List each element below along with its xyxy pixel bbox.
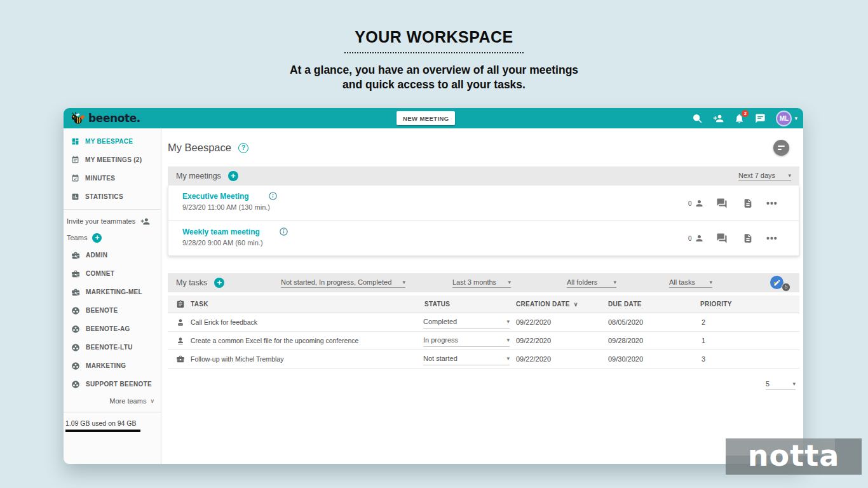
sort-chevron-icon: ∨ [574, 295, 578, 313]
caret-down-icon: ▾ [792, 381, 796, 387]
account-menu[interactable]: ML ▾ [776, 111, 797, 126]
my-meetings-header: My meetings + Next 7 days ▾ [168, 166, 799, 186]
bee-icon [69, 112, 85, 125]
beenote-logo: beenote. [64, 112, 140, 125]
document-icon [743, 198, 753, 208]
sidebar: MY BEESPACE MY MEETINGS (2) MINUTES [64, 128, 161, 464]
avatar[interactable]: ML [776, 111, 792, 126]
add-task-button[interactable]: + [214, 278, 224, 288]
folders-filter-value: All folders [567, 278, 597, 286]
sync-icon [782, 283, 790, 292]
range-value: Next 7 days [738, 172, 775, 179]
storage-meter: 1.09 GB used on 94 GB [64, 416, 161, 432]
more-options-icon[interactable]: ••• [766, 233, 778, 243]
page-subtitle: At a glance, you have an overview of all… [0, 63, 868, 92]
due-date: 08/05/2020 [608, 313, 643, 332]
chat-bubbles-icon [716, 198, 728, 209]
meeting-row: Weekly team meeting 9/28/20 9:00 AM (60 … [168, 220, 799, 255]
meeting-datetime: 9/28/20 9:00 AM (60 min.) [182, 239, 288, 247]
sidebar-team-marketing-mel[interactable]: MARKETING-MEL [64, 283, 161, 301]
priority-value: 1 [702, 332, 705, 350]
status-filter-value: Not started, In progress, Completed [281, 278, 391, 286]
invite-label: Invite your teammates [67, 217, 135, 225]
notta-watermark: notta [726, 438, 862, 475]
col-creation-date[interactable]: CREATION DATE ∨ [516, 295, 578, 313]
more-options-icon[interactable]: ••• [766, 198, 778, 208]
group-icon [71, 343, 80, 352]
meeting-title-link[interactable]: Executive Meeting [182, 192, 249, 201]
meeting-agenda-button[interactable] [743, 198, 753, 208]
attendees-button[interactable]: 0 [688, 198, 704, 208]
task-name[interactable]: Follow-up with Michel Tremblay [191, 350, 283, 369]
info-icon[interactable] [268, 191, 278, 201]
tasks-table-header: TASK STATUS CREATION DATE ∨ DUE DATE PRI… [168, 295, 799, 313]
caret-down-icon: ▾ [794, 115, 797, 121]
meeting-agenda-button[interactable] [743, 233, 753, 243]
status-dropdown[interactable]: Not started ▾ [423, 352, 510, 365]
sidebar-team-beenote-ltu[interactable]: BEENOTE-LTU [64, 338, 161, 356]
logo-wordmark: beenote. [88, 112, 140, 125]
sidebar-divider [64, 209, 161, 210]
sidebar-team-beenote-ag[interactable]: BEENOTE-AG [64, 320, 161, 338]
storage-text: 1.09 GB used on 94 GB [65, 419, 137, 427]
add-meeting-button[interactable]: + [228, 171, 238, 181]
quick-edit-button[interactable] [770, 274, 790, 292]
sidebar-team-beenote[interactable]: BEENOTE [64, 301, 161, 320]
status-filter-dropdown[interactable]: Not started, In progress, Completed ▾ [281, 278, 405, 288]
invite-teammates[interactable]: Invite your teammates [64, 213, 161, 229]
person-add-icon[interactable] [713, 113, 724, 124]
period-filter-dropdown[interactable]: Last 3 months ▾ [452, 278, 511, 288]
info-icon[interactable] [279, 227, 288, 236]
sidebar-team-comnet[interactable]: COMNET [64, 264, 161, 283]
sidebar-item-my-meetings[interactable]: MY MEETINGS (2) [64, 151, 161, 169]
notifications-wrap[interactable]: 2 [734, 113, 745, 124]
due-date: 09/28/2020 [608, 332, 643, 350]
attendees-button[interactable]: 0 [688, 234, 704, 243]
help-icon[interactable]: ? [238, 143, 248, 153]
sidebar-item-statistics[interactable]: STATISTICS [64, 187, 161, 206]
bar-chart-icon [71, 193, 79, 201]
status-dropdown[interactable]: In progress ▾ [423, 334, 510, 347]
new-meeting-button[interactable]: NEW MEETING [397, 111, 455, 125]
col-due-date: DUE DATE [608, 295, 642, 313]
my-tasks-header: My tasks + Not started, In progress, Com… [168, 273, 799, 292]
period-filter-value: Last 3 months [452, 278, 496, 286]
task-row: Call Erick for feedback Completed ▾ 09/2… [168, 313, 799, 332]
sidebar-item-label: MY MEETINGS (2) [85, 156, 142, 163]
screen: YOUR WORKSPACE At a glance, you have an … [0, 0, 868, 488]
creation-date: 09/22/2020 [516, 332, 551, 350]
sidebar-team-marketing[interactable]: MARKETING [64, 356, 161, 375]
meeting-title-link[interactable]: Weekly team meeting [182, 227, 260, 236]
briefcase-icon [176, 355, 185, 363]
task-name[interactable]: Create a common Excel file for the upcom… [191, 332, 358, 350]
status-value: In progress [423, 336, 458, 344]
task-name[interactable]: Call Erick for feedback [191, 313, 257, 332]
page-size-dropdown[interactable]: 5 ▾ [766, 380, 796, 390]
chat-icon[interactable] [755, 113, 766, 124]
attendee-count: 0 [688, 235, 692, 242]
meeting-chat-button[interactable] [716, 233, 728, 244]
caret-down-icon: ▾ [402, 279, 405, 285]
sidebar-team-support-beenote[interactable]: SUPPORT BEENOTE [64, 375, 161, 393]
add-team-button[interactable]: + [92, 233, 102, 243]
meeting-chat-button[interactable] [716, 198, 728, 209]
team-label: BEENOTE-LTU [86, 344, 133, 351]
sidebar-item-label: MY BEESPACE [85, 138, 133, 145]
status-dropdown[interactable]: Completed ▾ [423, 315, 510, 329]
meetings-range-dropdown[interactable]: Next 7 days ▾ [738, 172, 791, 181]
window-body: MY BEESPACE MY MEETINGS (2) MINUTES [64, 128, 803, 464]
meeting-list: Executive Meeting 9/23/20 11:00 AM (130 … [168, 186, 799, 256]
person-icon [176, 336, 185, 345]
more-teams-button[interactable]: More teams ∨ [64, 393, 161, 409]
layout-options-button[interactable] [773, 140, 789, 156]
teams-header: Teams + [64, 229, 161, 246]
search-icon[interactable] [692, 113, 703, 124]
sidebar-item-my-beespace[interactable]: MY BEESPACE [64, 132, 161, 151]
tasks-filter-dropdown[interactable]: All tasks ▾ [669, 278, 712, 288]
sidebar-item-label: MINUTES [85, 175, 115, 182]
folders-filter-dropdown[interactable]: All folders ▾ [567, 278, 616, 288]
team-label: MARKETING [86, 362, 126, 369]
sidebar-item-minutes[interactable]: MINUTES [64, 169, 161, 187]
sidebar-team-admin[interactable]: ADMIN [64, 246, 161, 264]
team-label: COMNET [86, 270, 114, 277]
